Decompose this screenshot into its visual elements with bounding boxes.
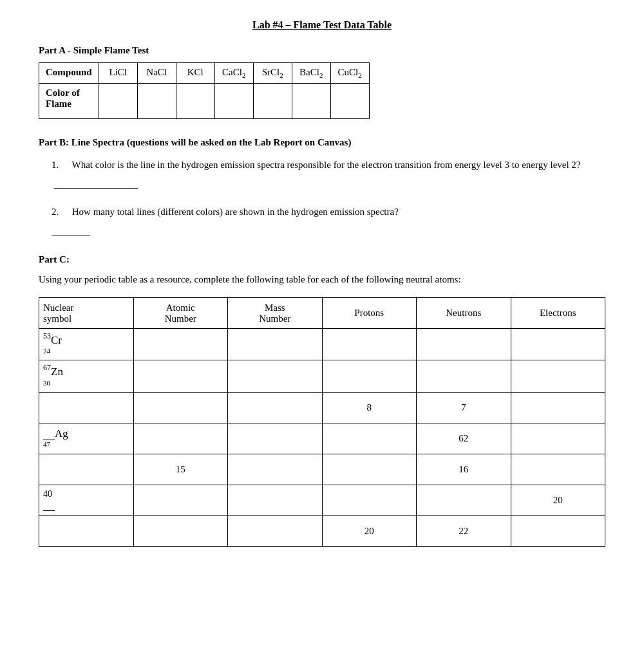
- cell-atomic-r7[interactable]: [133, 515, 228, 546]
- cell-atomic-ag[interactable]: [133, 423, 228, 454]
- col-cucl2: CuCl2: [330, 63, 369, 84]
- page-title: Lab #4 – Flame Test Data Table: [39, 19, 605, 31]
- part-b-heading: Part B: Line Spectra (questions will be …: [39, 137, 605, 148]
- col-atomic-number: AtomicNumber: [133, 298, 228, 329]
- cell-nuclear-symbol-cr: 53Cr 24: [39, 329, 134, 360]
- cell-licl-color[interactable]: [99, 84, 137, 119]
- cell-cucl2-color[interactable]: [330, 84, 369, 119]
- cell-protons-cr[interactable]: [322, 329, 417, 360]
- cell-atomic-r5: 15: [133, 454, 228, 485]
- cell-atomic-zn[interactable]: [133, 360, 228, 392]
- table-row: 20 22: [39, 515, 605, 546]
- cell-bacl2-color[interactable]: [292, 84, 330, 119]
- mass-40: 40: [43, 489, 52, 499]
- cell-srcl2-color[interactable]: [253, 84, 292, 119]
- table-row: Ag 47 62: [39, 423, 605, 454]
- symbol-zn: 67Zn 30: [43, 364, 63, 387]
- col-neutrons: Neutrons: [417, 298, 511, 329]
- question-2-text: 2. How many total lines (different color…: [52, 204, 605, 219]
- cell-neutrons-cr[interactable]: [417, 329, 511, 360]
- cell-mass-r6[interactable]: [228, 485, 323, 515]
- cell-nacl-color[interactable]: [137, 84, 176, 119]
- q1-number: 1.: [52, 157, 70, 172]
- col-cacl2: CaCl2: [214, 63, 253, 84]
- cell-neutrons-r3: 7: [417, 392, 511, 423]
- col-protons: Protons: [322, 298, 417, 329]
- cell-neutrons-ag: 62: [417, 423, 511, 454]
- cell-atomic-r6[interactable]: [133, 485, 228, 515]
- cell-electrons-r3[interactable]: [511, 392, 605, 423]
- col-bacl2: BaCl2: [292, 63, 330, 84]
- col-mass-number: MassNumber: [228, 298, 323, 329]
- table-row: 15 16: [39, 454, 605, 485]
- cell-mass-r3[interactable]: [228, 392, 323, 423]
- symbol-ag: Ag 47: [43, 427, 68, 449]
- cell-mass-r7[interactable]: [228, 515, 323, 546]
- cell-protons-r6[interactable]: [322, 485, 417, 515]
- cell-electrons-r5[interactable]: [511, 454, 605, 485]
- cell-electrons-zn[interactable]: [511, 360, 605, 392]
- cell-nuclear-symbol-r5[interactable]: [39, 454, 134, 485]
- cell-electrons-cr[interactable]: [511, 329, 605, 360]
- cell-neutrons-r7: 22: [417, 515, 511, 546]
- cell-nuclear-symbol-zn: 67Zn 30: [39, 360, 134, 392]
- symbol-cr: 53Cr 24: [43, 333, 62, 356]
- part-c-heading: Part C:: [39, 254, 605, 265]
- flame-test-table: Compound LiCl NaCl KCl CaCl2 SrCl2 BaCl2…: [39, 62, 370, 119]
- cell-protons-ag[interactable]: [322, 423, 417, 454]
- table-row: 8 7: [39, 392, 605, 423]
- cell-atomic-r3[interactable]: [133, 392, 228, 423]
- q2-number: 2.: [52, 204, 70, 219]
- cell-protons-r3: 8: [322, 392, 417, 423]
- question-1: 1. What color is the line in the hydroge…: [52, 157, 605, 189]
- col-licl: LiCl: [99, 63, 137, 84]
- col-nacl: NaCl: [137, 63, 176, 84]
- periodic-table-header: Nuclearsymbol AtomicNumber MassNumber Pr…: [39, 298, 605, 329]
- table-row: 67Zn 30: [39, 360, 605, 392]
- cell-mass-ag[interactable]: [228, 423, 323, 454]
- col-compound: Compound: [39, 63, 99, 84]
- cell-nuclear-symbol-r3[interactable]: [39, 392, 134, 423]
- table-row: 53Cr 24: [39, 329, 605, 360]
- cell-neutrons-r5: 16: [417, 454, 511, 485]
- cell-neutrons-r6[interactable]: [417, 485, 511, 515]
- col-nuclear-symbol: Nuclearsymbol: [39, 298, 134, 329]
- cell-electrons-ag[interactable]: [511, 423, 605, 454]
- col-kcl: KCl: [176, 63, 214, 84]
- q1-answer-blank[interactable]: [54, 172, 138, 189]
- cell-nuclear-symbol-ag: Ag 47: [39, 423, 134, 454]
- cell-mass-cr[interactable]: [228, 329, 323, 360]
- cell-electrons-r6: 20: [511, 485, 605, 515]
- cell-mass-zn[interactable]: [228, 360, 323, 392]
- dash-symbol: [43, 499, 55, 511]
- cell-kcl-color[interactable]: [176, 84, 214, 119]
- question-1-text: 1. What color is the line in the hydroge…: [52, 157, 605, 189]
- table-header-row: Compound LiCl NaCl KCl CaCl2 SrCl2 BaCl2…: [39, 63, 370, 84]
- cell-neutrons-zn[interactable]: [417, 360, 511, 392]
- col-srcl2: SrCl2: [253, 63, 292, 84]
- cell-mass-r5[interactable]: [228, 454, 323, 485]
- q2-answer-blank[interactable]: [52, 225, 90, 236]
- cell-protons-r7: 20: [322, 515, 417, 546]
- question-2: 2. How many total lines (different color…: [52, 204, 605, 236]
- cell-cacl2-color[interactable]: [214, 84, 253, 119]
- col-electrons: Electrons: [511, 298, 605, 329]
- row-label-color: Color ofFlame: [39, 84, 99, 119]
- cell-nuclear-symbol-r7[interactable]: [39, 515, 134, 546]
- periodic-table: Nuclearsymbol AtomicNumber MassNumber Pr…: [39, 297, 605, 547]
- cell-atomic-cr[interactable]: [133, 329, 228, 360]
- cell-protons-r5[interactable]: [322, 454, 417, 485]
- cell-electrons-r7[interactable]: [511, 515, 605, 546]
- table-row: 40 20: [39, 485, 605, 515]
- cell-protons-zn[interactable]: [322, 360, 417, 392]
- color-of-flame-row: Color ofFlame: [39, 84, 370, 119]
- cell-nuclear-symbol-r6: 40: [39, 485, 134, 515]
- part-a-heading: Part A - Simple Flame Test: [39, 45, 605, 56]
- part-c-description: Using your periodic table as a resource,…: [39, 272, 605, 287]
